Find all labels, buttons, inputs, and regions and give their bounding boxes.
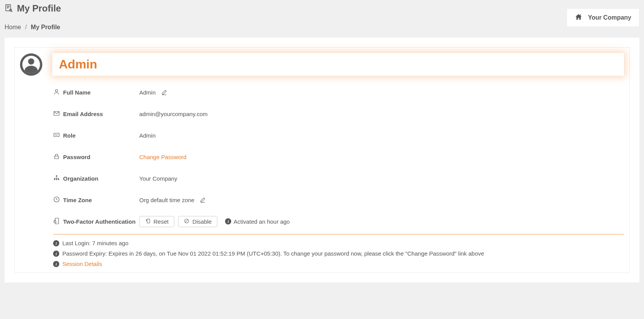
label-timezone: Time Zone <box>53 196 139 204</box>
svg-line-5 <box>11 11 12 12</box>
avatar <box>20 53 42 76</box>
value-timezone: Org default time zone <box>139 197 206 203</box>
svg-rect-20 <box>147 219 150 223</box>
label-tfa: Two-Factor Authentication <box>53 218 139 226</box>
info-icon: i <box>225 218 231 224</box>
svg-rect-15 <box>58 179 59 180</box>
edit-full-name-icon[interactable] <box>161 89 167 95</box>
value-full-name: Admin <box>139 89 167 96</box>
profile-page-icon <box>5 4 13 13</box>
breadcrumb-home[interactable]: Home <box>5 24 21 30</box>
profile-display-name: Admin <box>52 53 624 76</box>
profile-card: Admin Full Name Admin <box>14 47 630 273</box>
last-login-text: Last Login: 7 minutes ago <box>62 240 128 246</box>
value-role: Admin <box>139 132 156 139</box>
svg-rect-13 <box>54 179 55 180</box>
row-timezone: Time Zone Org default time zone <box>53 194 624 206</box>
page-header: My Profile Home / My Profile Your Compan… <box>0 0 644 38</box>
svg-rect-14 <box>56 179 57 180</box>
tfa-activated-text: i Activated an hour ago <box>225 218 290 225</box>
tfa-reset-button[interactable]: Reset <box>139 216 174 227</box>
row-role: A± Role Admin <box>53 130 624 141</box>
row-full-name: Full Name Admin <box>53 86 624 98</box>
password-expiry-text: Password Expiry: Expires in 26 days, on … <box>62 250 484 257</box>
password-expiry-row: i Password Expiry: Expires in 26 days, o… <box>53 250 624 257</box>
row-tfa: Two-Factor Authentication Reset <box>53 216 624 227</box>
clock-icon <box>53 196 60 204</box>
row-organization: Organization Your Company <box>53 173 624 184</box>
svg-rect-19 <box>54 221 56 223</box>
svg-point-6 <box>55 90 58 92</box>
tfa-disable-button[interactable]: Disable <box>178 216 217 227</box>
disable-icon <box>184 218 189 225</box>
reset-icon <box>145 218 150 225</box>
label-password: Password <box>53 153 139 161</box>
row-email: Email Address admin@yourcompany.com <box>53 108 624 120</box>
svg-line-22 <box>185 219 188 222</box>
divider <box>53 234 624 234</box>
home-icon <box>575 13 582 22</box>
label-role: A± Role <box>53 131 139 140</box>
info-icon: i <box>53 240 59 246</box>
row-password: Password Change Password <box>53 151 624 163</box>
profile-details: Full Name Admin <box>53 86 624 234</box>
breadcrumb-current: My Profile <box>31 24 60 30</box>
mail-icon <box>53 110 60 118</box>
value-organization: Your Company <box>139 175 177 182</box>
label-full-name: Full Name <box>53 88 139 96</box>
page-title-row: My Profile <box>5 3 639 14</box>
breadcrumb-separator: / <box>25 24 27 30</box>
page-title: My Profile <box>17 3 61 14</box>
svg-rect-12 <box>56 175 57 176</box>
company-name: Your Company <box>588 14 631 21</box>
profile-header: Admin <box>20 53 624 76</box>
svg-rect-11 <box>55 156 59 159</box>
lock-icon <box>53 153 60 161</box>
tfa-controls: Reset Disable i Activated an h <box>139 216 290 227</box>
device-lock-icon <box>53 218 60 226</box>
svg-text:A±: A± <box>55 134 58 136</box>
company-selector[interactable]: Your Company <box>567 8 639 27</box>
value-email: admin@yourcompany.com <box>139 111 208 117</box>
main-content: Admin Full Name Admin <box>5 38 639 282</box>
change-password-link[interactable]: Change Password <box>139 154 187 160</box>
info-icon: i <box>53 251 59 257</box>
last-login-row: i Last Login: 7 minutes ago <box>53 240 624 246</box>
session-details-row: i Session Details <box>53 261 624 267</box>
role-badge-icon: A± <box>53 131 60 140</box>
info-icon: i <box>53 261 59 267</box>
breadcrumb: Home / My Profile <box>5 24 639 31</box>
label-email: Email Address <box>53 110 139 118</box>
edit-timezone-icon[interactable] <box>200 197 206 203</box>
label-organization: Organization <box>53 174 139 183</box>
organization-icon <box>53 174 60 183</box>
user-icon <box>53 88 60 96</box>
session-details-link[interactable]: Session Details <box>62 261 102 267</box>
